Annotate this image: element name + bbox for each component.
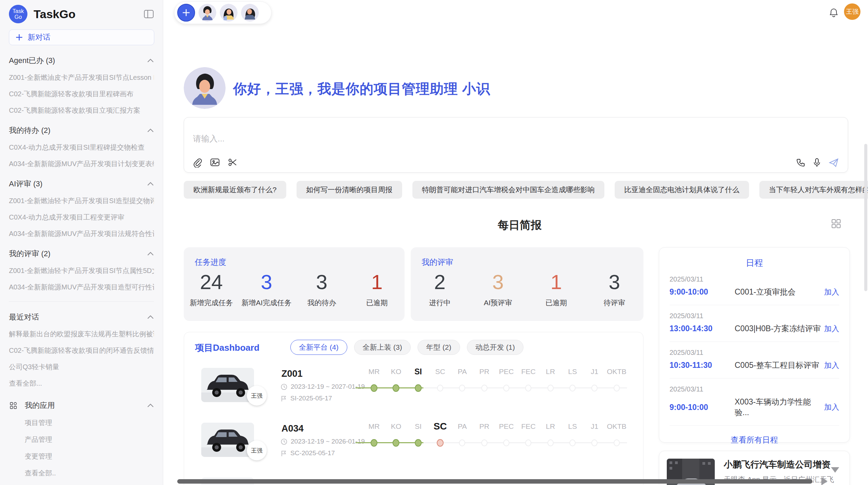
suggestion-chip[interactable]: 特朗普可能对进口汽车增税会对中国车企造成哪些影响 [412, 181, 604, 199]
sidebar-item[interactable]: C02-飞腾新能源轻客改款项目里程碑画布 [9, 89, 154, 99]
app-link-product-mgmt[interactable]: 产品管理 [25, 435, 154, 444]
microphone-icon[interactable] [813, 158, 821, 167]
schedule-time: 13:00-14:30 [670, 324, 735, 333]
app-link-project-mgmt[interactable]: 项目管理 [25, 418, 154, 427]
milestone-label: PA [458, 368, 467, 376]
milestone-node [547, 439, 554, 446]
horizontal-scrollbar-thumb[interactable] [177, 479, 812, 484]
sidebar-item[interactable]: C02-飞腾新能源轻客改款项目立项汇报方案 [9, 106, 154, 115]
join-link[interactable]: 加入 [824, 324, 839, 334]
group-count: (3) [33, 179, 43, 188]
suggestion-chip[interactable]: 比亚迪全固态电池计划具体说了什么 [615, 181, 749, 199]
join-link[interactable]: 加入 [824, 402, 839, 412]
sidebar-item[interactable]: Z001-全新燃油轻卡产品开发项目SI节点属性5D文件评审 [9, 266, 154, 275]
suggestion-chip[interactable]: 如何写一份清晰的项目周报 [297, 181, 402, 199]
schedule-entry: 2025/03/11 9:00-10:00 X003-车辆动力学性能验... 加… [670, 378, 839, 426]
scroll-down-arrow[interactable] [831, 467, 839, 473]
join-link[interactable]: 加入 [824, 287, 839, 297]
stat-label: 我的待办 [294, 298, 349, 308]
sidebar-group-my-todo[interactable]: 我的待办 (2) [9, 125, 154, 136]
suggestion-chip[interactable]: 当下年轻人对汽车外观有怎样的喜好趋势 [759, 181, 868, 199]
chevron-up-icon[interactable] [147, 403, 154, 408]
project-dates: 2023-12-19 ~ 2027-01-19 [281, 383, 365, 390]
sidebar-item[interactable]: Z001-全新燃油轻卡产品开发项目SI造型提交物评审 [9, 196, 154, 206]
attachment-icon[interactable] [193, 158, 202, 167]
sidebar-item[interactable]: A034-全新新能源MUV产品开发项目造型可行性评审 [9, 283, 154, 292]
layout-grid-icon[interactable] [831, 219, 841, 229]
logo-text-bottom: Go [14, 14, 22, 20]
sidebar-my-apps[interactable]: 我的应用 [9, 400, 154, 411]
assistant-avatar-3[interactable] [241, 4, 259, 22]
collapse-sidebar-icon[interactable] [144, 9, 154, 19]
new-chat-button[interactable]: 新对话 [9, 29, 154, 45]
user-avatar[interactable]: 王强 [844, 3, 860, 20]
assistant-avatar-2[interactable] [220, 4, 238, 22]
milestone-label-current: SI [414, 367, 422, 376]
add-assistant-button[interactable] [177, 4, 195, 22]
sidebar-item[interactable]: A034-全新新能源MUV产品开发项目计划变更表编写 [9, 159, 154, 169]
project-row-a034[interactable]: 王强 A034 2023-12-19 ~ 2026-01-19 SC-2025-… [184, 419, 643, 473]
view-all-schedule-link[interactable]: 查看所有日程 [670, 435, 839, 445]
schedule-entry: 2025/03/11 13:00-14:30 C003|H0B-方案冻结评审 加… [670, 305, 839, 342]
chevron-up-icon[interactable] [147, 252, 154, 256]
send-icon[interactable] [829, 158, 839, 167]
sidebar-group-agent-done[interactable]: Agent已办 (3) [9, 55, 154, 66]
assistant-avatar-1[interactable] [198, 4, 216, 22]
milestone-label: SC [435, 368, 445, 376]
stat: 3我的待办 [294, 271, 349, 308]
chevron-up-icon[interactable] [147, 128, 154, 133]
my-review-card: 我的评审 2进行中 3AI预评审 1已逾期 3待评审 [411, 247, 643, 321]
task-progress-card: 任务进度 24新增完成任务 3新增AI完成任务 3我的待办 1已逾期 [184, 247, 405, 321]
chevron-up-icon[interactable] [147, 182, 154, 186]
view-all-conversations[interactable]: 查看全部... [9, 379, 154, 388]
app-link-change-mgmt[interactable]: 变更管理 [25, 452, 154, 461]
news-title: 小鹏飞行汽车制造公司增资 [724, 459, 831, 471]
recent-conversation[interactable]: 公司Q3轻卡销量 [9, 362, 154, 372]
card-title: 我的评审 [422, 257, 453, 268]
tab-powertrain[interactable]: 动总开发 (1) [467, 340, 524, 355]
milestone-node [437, 385, 443, 391]
sidebar-item[interactable]: C0X4-动力总成开发项目SI里程碑提交物检查 [9, 143, 154, 152]
project-row-z001[interactable]: 王强 Z001 2023-12-19 ~ 2027-01-19 SI-2025-… [184, 364, 643, 419]
suggestion-chip[interactable]: 欧洲新规最近颁布了什么? [184, 181, 286, 199]
scroll-right-arrow[interactable] [821, 477, 828, 485]
phone-call-icon[interactable] [796, 158, 805, 167]
milestone-node [503, 385, 509, 391]
milestone-label: J1 [591, 368, 598, 376]
stat-value: 1 [349, 271, 405, 293]
milestone-label: MR [369, 422, 380, 431]
tab-new-platform[interactable]: 全新平台 (4) [290, 340, 347, 355]
milestone-label: LS [568, 368, 577, 376]
sidebar-group-recent[interactable]: 最近对话 [9, 312, 154, 322]
divider [9, 301, 154, 302]
milestone-node [481, 439, 487, 446]
vertical-scrollbar-thumb[interactable] [864, 144, 867, 291]
image-icon[interactable] [210, 158, 220, 167]
sidebar-group-my-review[interactable]: 我的评审 (2) [9, 249, 154, 259]
sidebar-item[interactable]: Z001-全新燃油皮卡产品开发项目SI节点Lesson Learn报告 [9, 73, 154, 82]
app-link-view-all[interactable]: 查看全部.. [25, 469, 154, 478]
scissors-icon[interactable] [228, 158, 238, 167]
dashboard-title: 项目Dashboard [195, 342, 260, 354]
tab-new-body[interactable]: 全新上装 (3) [354, 340, 411, 355]
schedule-entry: 2025/03/11 9:00-10:00 C001-立项审批会 加入 [670, 269, 839, 305]
milestone-node-overdue [437, 439, 444, 447]
milestone-node [525, 439, 531, 446]
chevron-up-icon[interactable] [147, 315, 154, 319]
recent-conversation[interactable]: 解释最新出台的欧盟报废车法规再生塑料比例被调至15%... [9, 329, 154, 339]
group-title: 我的评审 [9, 249, 39, 258]
sidebar-item[interactable]: C0X4-动力总成开发项目工程变更评审 [9, 213, 154, 222]
project-flag-date: SI-2025-05-17 [281, 395, 332, 402]
milestone-node [503, 439, 509, 446]
tab-year-model[interactable]: 年型 (2) [418, 340, 460, 355]
join-link[interactable]: 加入 [824, 360, 839, 371]
sidebar-group-ai-review[interactable]: AI评审 (3) [9, 179, 154, 189]
plus-icon [15, 34, 23, 41]
chevron-up-icon[interactable] [147, 59, 154, 63]
composer-input[interactable] [193, 133, 707, 154]
recent-conversation[interactable]: C02-飞腾新能源轻客改款项目的闭环通告反馈情况 [9, 346, 154, 355]
stat-value: 3 [585, 271, 643, 293]
sidebar-item[interactable]: A034-全新新能源MUV产品开发项目法规符合性评审 [9, 229, 154, 238]
milestone-label: KO [391, 422, 401, 431]
notification-bell-icon[interactable] [829, 8, 839, 18]
